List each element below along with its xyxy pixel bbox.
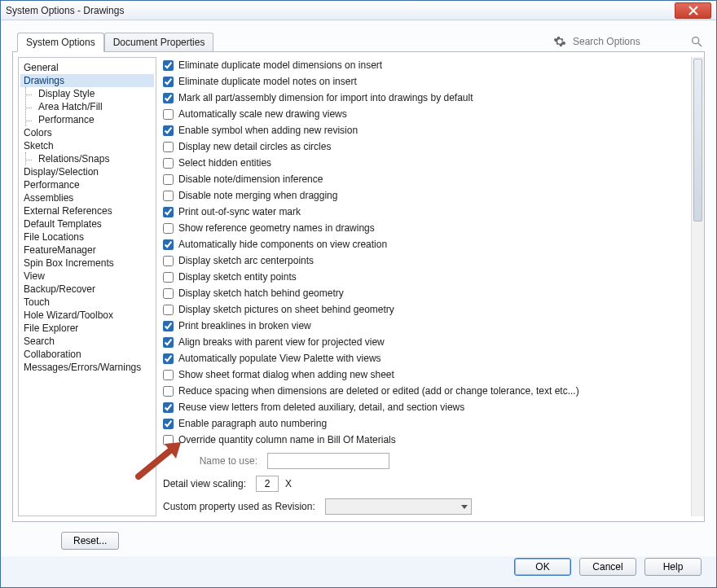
category-item[interactable]: FeatureManager — [20, 244, 154, 257]
category-item[interactable]: Colors — [20, 126, 154, 139]
option-checkbox[interactable] — [163, 223, 174, 234]
option-checkbox[interactable] — [163, 174, 174, 185]
option-checkbox[interactable] — [163, 125, 174, 136]
cancel-button[interactable]: Cancel — [579, 558, 636, 576]
category-item[interactable]: Collaboration — [20, 348, 154, 361]
category-item[interactable]: Relations/Snaps — [35, 152, 154, 165]
close-button[interactable] — [675, 2, 711, 19]
option-row: Reduce spacing when dimensions are delet… — [163, 383, 699, 399]
scroll-thumb[interactable] — [693, 59, 702, 222]
option-row: Display new detail circles as circles — [163, 138, 699, 155]
option-checkbox[interactable] — [163, 207, 174, 217]
option-checkbox[interactable] — [163, 288, 174, 299]
category-item[interactable]: Backup/Recover — [20, 283, 154, 296]
option-label: Align breaks with parent view for projec… — [178, 336, 385, 348]
option-checkbox[interactable] — [163, 109, 174, 120]
option-checkbox[interactable] — [163, 419, 174, 429]
option-checkbox[interactable] — [163, 239, 174, 250]
option-checkbox[interactable] — [163, 142, 174, 152]
option-checkbox[interactable] — [163, 402, 174, 413]
option-row: Eliminate duplicate model dimensions on … — [163, 57, 699, 73]
option-label: Disable note merging when dragging — [178, 190, 337, 201]
category-item[interactable]: Sketch — [20, 139, 154, 152]
category-item[interactable]: Display/Selection — [20, 165, 154, 178]
main-panel: GeneralDrawingsDisplay StyleArea Hatch/F… — [12, 51, 705, 522]
reset-button[interactable]: Reset... — [61, 532, 119, 550]
category-item[interactable]: Display Style — [35, 87, 154, 100]
reset-row: Reset... — [12, 529, 705, 556]
category-item[interactable]: Spin Box Increments — [20, 257, 154, 270]
option-row: Mark all part/assembly dimension for imp… — [163, 90, 699, 106]
option-checkbox[interactable] — [163, 191, 174, 201]
option-label: Override quantity column name in Bill Of… — [178, 434, 396, 445]
ok-button[interactable]: OK — [514, 558, 571, 576]
category-item[interactable]: Messages/Errors/Warnings — [20, 361, 154, 374]
option-row: Select hidden entities — [163, 155, 699, 171]
category-item[interactable]: File Locations — [20, 230, 154, 244]
category-item[interactable]: Drawings — [20, 74, 154, 87]
category-item[interactable]: File Explorer — [20, 322, 154, 335]
tab-system-options[interactable]: System Options — [17, 33, 104, 52]
option-label: Display sketch arc centerpoints — [178, 255, 314, 266]
category-item[interactable]: Performance — [20, 178, 154, 191]
detail-scaling-input[interactable] — [256, 476, 279, 492]
category-item[interactable]: View — [20, 270, 154, 283]
option-checkbox[interactable] — [163, 305, 174, 315]
category-item[interactable]: Search — [20, 335, 154, 348]
category-tree[interactable]: GeneralDrawingsDisplay StyleArea Hatch/F… — [18, 57, 156, 516]
option-checkbox[interactable] — [163, 256, 174, 266]
name-to-use-input[interactable] — [267, 453, 389, 469]
option-row: Display sketch entity points — [163, 269, 699, 285]
custom-prop-label: Custom property used as Revision: — [163, 501, 319, 512]
option-label: Print out-of-sync water mark — [178, 206, 301, 217]
name-to-use-label: Name to use: — [163, 455, 261, 467]
option-row: Automatically hide components on view cr… — [163, 236, 699, 252]
category-item[interactable]: External References — [20, 204, 154, 217]
options-list: Eliminate duplicate model dimensions on … — [163, 57, 699, 448]
option-checkbox[interactable] — [163, 158, 174, 169]
option-row: Override quantity column name in Bill Of… — [163, 432, 699, 448]
category-item[interactable]: Touch — [20, 296, 154, 309]
option-label: Print breaklines in broken view — [178, 320, 311, 331]
tab-strip: System Options Document Properties — [17, 32, 213, 51]
search-wrap — [553, 35, 705, 51]
category-item[interactable]: Performance — [35, 113, 154, 126]
detail-scaling-suffix: X — [285, 478, 292, 489]
option-checkbox[interactable] — [163, 77, 174, 87]
option-row: Automatically populate View Palette with… — [163, 350, 699, 366]
option-checkbox[interactable] — [163, 353, 174, 364]
category-item[interactable]: Assemblies — [20, 191, 154, 204]
option-row: Show sheet format dialog when adding new… — [163, 366, 699, 383]
option-row: Enable symbol when adding new revision — [163, 122, 699, 138]
option-row: Print breaklines in broken view — [163, 318, 699, 334]
option-row: Show reference geometry names in drawing… — [163, 220, 699, 236]
option-row: Disable note/dimension inference — [163, 171, 699, 187]
option-checkbox[interactable] — [163, 272, 174, 283]
option-checkbox[interactable] — [163, 93, 174, 103]
scrollbar[interactable] — [691, 57, 704, 516]
top-row: System Options Document Properties — [12, 29, 705, 51]
option-row: Automatically scale new drawing views — [163, 106, 699, 122]
close-icon — [688, 6, 698, 15]
search-icon[interactable] — [690, 35, 703, 48]
category-item[interactable]: Default Templates — [20, 217, 154, 230]
option-checkbox[interactable] — [163, 386, 174, 397]
dialog-body: System Options Document Properties Gener… — [1, 20, 716, 556]
search-input[interactable] — [571, 35, 685, 48]
option-checkbox[interactable] — [163, 60, 174, 71]
category-item[interactable]: General — [20, 61, 154, 74]
option-label: Select hidden entities — [178, 157, 271, 169]
option-checkbox[interactable] — [163, 435, 174, 445]
help-button[interactable]: Help — [644, 558, 702, 576]
option-checkbox[interactable] — [163, 321, 174, 331]
option-checkbox[interactable] — [163, 370, 174, 380]
gear-icon — [553, 35, 566, 48]
svg-point-0 — [693, 37, 699, 44]
category-item[interactable]: Hole Wizard/Toolbox — [20, 309, 154, 322]
tab-document-properties[interactable]: Document Properties — [104, 33, 214, 52]
category-item[interactable]: Area Hatch/Fill — [35, 100, 154, 113]
option-row: Display sketch hatch behind geometry — [163, 285, 699, 301]
option-label: Display sketch entity points — [178, 271, 297, 283]
option-checkbox[interactable] — [163, 337, 174, 348]
custom-prop-dropdown[interactable] — [325, 498, 472, 515]
